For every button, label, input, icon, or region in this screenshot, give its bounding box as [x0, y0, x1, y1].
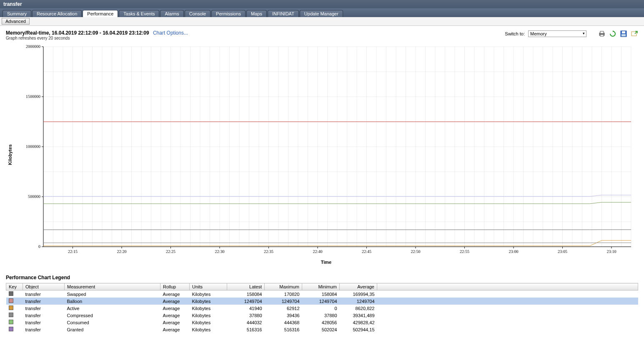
- svg-text:1500000: 1500000: [26, 94, 40, 99]
- chart-title: Memory/Real-time, 16.04.2019 22:12:09 - …: [6, 30, 149, 36]
- tab-summary[interactable]: Summary: [3, 10, 31, 17]
- svg-text:2000000: 2000000: [26, 45, 40, 49]
- advanced-button[interactable]: Advanced: [2, 18, 30, 25]
- svg-rect-6: [631, 32, 636, 36]
- svg-rect-1: [600, 31, 604, 33]
- svg-text:23:05: 23:05: [558, 249, 567, 254]
- chart-options-link[interactable]: Chart Options...: [153, 30, 188, 36]
- tab-console[interactable]: Console: [185, 10, 210, 17]
- legend-title: Performance Chart Legend: [6, 275, 638, 280]
- switch-to-label: Switch to:: [505, 31, 525, 36]
- svg-text:23:00: 23:00: [509, 249, 519, 254]
- chart-xlabel: Time: [14, 260, 638, 265]
- svg-text:22:20: 22:20: [117, 249, 127, 254]
- legend-table: KeyObjectMeasurementRollupUnitsLatestMax…: [6, 283, 638, 333]
- tab-alarms[interactable]: Alarms: [160, 10, 183, 17]
- legend-row[interactable]: transferBalloonAverageKilobytes124970412…: [6, 298, 638, 305]
- tab-resource-allocation[interactable]: Resource Allocation: [32, 10, 82, 17]
- legend-col-units[interactable]: Units: [190, 283, 227, 290]
- legend-col-object[interactable]: Object: [23, 283, 65, 290]
- legend-header-row: KeyObjectMeasurementRollupUnitsLatestMax…: [6, 283, 638, 290]
- svg-text:22:55: 22:55: [460, 249, 469, 254]
- tab-performance[interactable]: Performance: [83, 10, 118, 17]
- window-title: transfer: [3, 1, 22, 7]
- svg-text:22:50: 22:50: [411, 249, 421, 254]
- tab-bar: SummaryResource AllocationPerformanceTas…: [0, 8, 644, 17]
- svg-text:22:30: 22:30: [215, 249, 225, 254]
- svg-text:22:35: 22:35: [264, 249, 273, 254]
- window-titlebar: transfer: [0, 0, 644, 8]
- svg-text:1000000: 1000000: [26, 144, 40, 149]
- legend-row[interactable]: transferActiveAverageKilobytes4194062912…: [6, 305, 638, 312]
- legend-col-average[interactable]: Average: [340, 283, 377, 290]
- tab-tasks-events[interactable]: Tasks & Events: [119, 10, 159, 17]
- legend-col-rollup[interactable]: Rollup: [160, 283, 190, 290]
- svg-text:500000: 500000: [28, 194, 40, 199]
- save-icon[interactable]: [620, 30, 627, 38]
- chart-ylabel: Kilobytes: [6, 45, 14, 265]
- legend-col-maximum[interactable]: Maximum: [265, 283, 302, 290]
- svg-text:22:25: 22:25: [166, 249, 175, 254]
- legend-row[interactable]: transferCompressedAverageKilobytes378803…: [6, 312, 638, 319]
- svg-text:22:15: 22:15: [68, 249, 78, 254]
- svg-rect-5: [621, 34, 626, 36]
- tab-infinidat[interactable]: INFINIDAT: [268, 10, 299, 17]
- legend-col-key[interactable]: Key: [6, 283, 23, 290]
- refresh-icon[interactable]: [609, 30, 616, 38]
- tab-permissions[interactable]: Permissions: [211, 10, 246, 17]
- svg-text:23:10: 23:10: [607, 249, 616, 254]
- export-icon[interactable]: [631, 30, 638, 38]
- svg-text:22:45: 22:45: [362, 249, 371, 254]
- sub-toolbar: Advanced: [0, 17, 644, 26]
- tab-maps[interactable]: Maps: [246, 10, 267, 17]
- switch-to-select[interactable]: Memory: [528, 30, 586, 37]
- legend-col-latest[interactable]: Latest: [227, 283, 265, 290]
- memory-chart: 050000010000001500000200000022:1522:2022…: [14, 45, 635, 257]
- svg-rect-2: [600, 35, 604, 36]
- svg-text:0: 0: [38, 244, 40, 249]
- legend-col-measurement[interactable]: Measurement: [65, 283, 160, 290]
- legend-col-minimum[interactable]: Minimum: [302, 283, 340, 290]
- print-icon[interactable]: [598, 30, 606, 38]
- legend-row[interactable]: transferGrantedAverageKilobytes516316516…: [6, 326, 638, 333]
- svg-rect-4: [622, 31, 625, 33]
- refresh-note: Graph refreshes every 20 seconds: [6, 36, 188, 40]
- tab-update-manager[interactable]: Update Manager: [300, 10, 343, 17]
- legend-row[interactable]: transferConsumedAverageKilobytes44403244…: [6, 319, 638, 326]
- svg-text:22:40: 22:40: [313, 249, 323, 254]
- legend-row[interactable]: transferSwappedAverageKilobytes158084170…: [6, 290, 638, 298]
